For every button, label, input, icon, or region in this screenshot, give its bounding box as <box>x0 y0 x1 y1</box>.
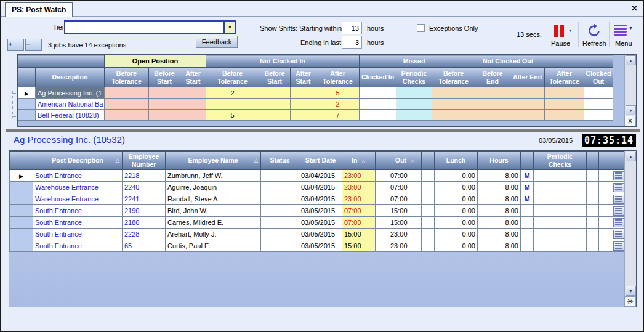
hours-cell[interactable]: 8.00 <box>478 229 521 240</box>
nco-cell[interactable] <box>432 110 475 121</box>
clocked-out-cell[interactable] <box>584 99 613 110</box>
out-cell[interactable]: 07:00 <box>388 182 422 193</box>
blank-cell[interactable] <box>599 205 611 217</box>
pause-button[interactable]: Pause <box>551 39 570 47</box>
col-header-status[interactable]: Status <box>261 152 299 170</box>
hours-cell[interactable]: 8.00 <box>478 217 521 229</box>
periodic-checks-cell[interactable] <box>396 110 432 121</box>
hours-cell[interactable]: 8.00 <box>478 182 521 193</box>
tab-post-watch[interactable]: PS: Post Watch <box>5 2 73 17</box>
hours-cell[interactable]: 8.00 <box>478 193 521 205</box>
shifts-grid-scrollbar[interactable]: ▲ ▼ <box>624 151 636 296</box>
lunch-cell[interactable]: 0.00 <box>435 217 478 229</box>
refresh-button[interactable]: Refresh <box>582 39 606 47</box>
blank-cell[interactable] <box>376 205 388 217</box>
lunch-cell[interactable]: 0.00 <box>435 193 478 205</box>
col-header-nci-before-tolerance[interactable]: Before Tolerance <box>206 68 259 87</box>
blank-cell[interactable] <box>599 229 611 240</box>
nci-cell[interactable] <box>291 99 316 110</box>
blank-cell[interactable] <box>587 170 599 182</box>
in-cell[interactable]: 07:00 <box>342 217 376 229</box>
nco-cell[interactable] <box>510 110 545 121</box>
col-header-periodic-checks[interactable]: Periodic Checks <box>396 68 432 87</box>
ending-in-last-input[interactable] <box>342 36 362 49</box>
col-header-nci-after-tolerance[interactable]: After Tolerance <box>316 68 360 87</box>
blank-cell[interactable] <box>599 182 611 193</box>
blank-cell[interactable] <box>422 170 435 182</box>
nci-cell[interactable] <box>259 110 291 121</box>
row-marker[interactable] <box>10 229 33 240</box>
row-menu-icon[interactable] <box>613 241 624 251</box>
nci-cell[interactable] <box>259 99 291 110</box>
combo-dropdown-icon[interactable] <box>223 22 235 33</box>
post-description-cell[interactable]: South Entrance <box>33 217 123 229</box>
nco-cell[interactable] <box>475 87 510 99</box>
in-cell[interactable]: 23:00 <box>342 182 376 193</box>
nci-after-tolerance-cell[interactable]: 7 <box>316 110 360 121</box>
nco-cell[interactable] <box>510 87 545 99</box>
row-marker[interactable] <box>10 240 33 252</box>
shift-row[interactable]: South Entrance 2228 Arehart, Molly J. 03… <box>10 229 626 240</box>
periodic-checks-cell[interactable] <box>534 205 587 217</box>
collapse-all-button[interactable]: − <box>25 39 42 51</box>
clocked-out-cell[interactable] <box>584 110 613 121</box>
blank-cell[interactable] <box>599 170 611 182</box>
periodic-checks-cell[interactable] <box>534 229 587 240</box>
pause-dropdown-icon[interactable]: ▼ <box>568 28 573 33</box>
manual-flag-cell[interactable]: M <box>521 170 534 182</box>
active-row-marker[interactable] <box>18 87 36 99</box>
manual-flag-cell[interactable] <box>521 205 534 217</box>
nci-after-tolerance-cell[interactable]: 5 <box>316 87 360 99</box>
scroll-up-icon[interactable]: ▲ <box>626 152 636 161</box>
blank-cell[interactable] <box>422 229 435 240</box>
col-header-op-before-tolerance[interactable]: Before Tolerance <box>105 68 149 87</box>
blank-cell[interactable] <box>599 217 611 229</box>
col-header-start-date[interactable]: Start Date <box>299 152 342 170</box>
row-marker[interactable] <box>18 110 36 121</box>
col-header-clocked-in[interactable]: Clocked In <box>360 68 396 87</box>
status-cell[interactable] <box>261 170 299 182</box>
col-header-hours[interactable]: Hours <box>478 152 521 170</box>
employee-name-cell[interactable]: Curtis, Paul E. <box>166 240 261 252</box>
op-cell[interactable] <box>180 99 206 110</box>
blank-cell[interactable] <box>587 182 599 193</box>
col-header-employee-number[interactable]: Employee Number <box>123 152 166 170</box>
lunch-cell[interactable]: 0.00 <box>435 229 478 240</box>
row-menu-icon[interactable] <box>613 206 624 216</box>
op-cell[interactable] <box>105 87 149 99</box>
blank-cell[interactable] <box>376 229 388 240</box>
nco-cell[interactable] <box>545 87 584 99</box>
nci-before-tolerance-cell[interactable]: 5 <box>206 110 259 121</box>
row-menu-icon[interactable] <box>613 230 624 239</box>
jobs-grid-scrollbar[interactable]: ▲ ▼ <box>624 55 636 116</box>
employee-number-cell[interactable]: 2240 <box>123 182 166 193</box>
col-header-out[interactable]: Out △ <box>388 152 422 170</box>
status-cell[interactable] <box>261 240 299 252</box>
clocked-in-cell[interactable] <box>360 110 396 121</box>
clocked-out-cell[interactable] <box>584 87 613 99</box>
blank-cell[interactable] <box>587 229 599 240</box>
shift-row[interactable]: South Entrance 2180 Carnes, Mildred E. 0… <box>10 217 626 229</box>
employee-name-cell[interactable]: Randall, Steve A. <box>166 193 261 205</box>
employee-number-cell[interactable]: 2190 <box>123 205 166 217</box>
hours-cell[interactable]: 8.00 <box>478 205 521 217</box>
blank-cell[interactable] <box>376 217 388 229</box>
hours-cell[interactable]: 8.00 <box>478 240 521 252</box>
periodic-checks-cell[interactable] <box>534 170 587 182</box>
post-description-cell[interactable]: South Entrance <box>33 229 123 240</box>
start-date-cell[interactable]: 03/05/2015 <box>299 217 342 229</box>
shift-row[interactable]: South Entrance 2218 Zumbrunn, Jeff W. 03… <box>10 170 626 182</box>
blank-cell[interactable] <box>422 193 435 205</box>
nco-cell[interactable] <box>475 110 510 121</box>
col-header-nco-after-end[interactable]: After End <box>510 68 545 87</box>
row-marker[interactable] <box>10 193 33 205</box>
op-cell[interactable] <box>180 87 206 99</box>
manual-flag-cell[interactable]: M <box>521 193 534 205</box>
blank-cell[interactable] <box>587 240 599 252</box>
lunch-cell[interactable]: 0.00 <box>435 205 478 217</box>
row-menu-icon[interactable] <box>613 195 624 204</box>
menu-dropdown-icon[interactable]: ▼ <box>629 26 633 30</box>
job-description-cell[interactable]: Bell Federal (10828) <box>36 110 105 121</box>
exceptions-only-checkbox[interactable] <box>417 24 425 32</box>
shift-row[interactable]: South Entrance 65 Curtis, Paul E. 03/05/… <box>10 240 626 252</box>
